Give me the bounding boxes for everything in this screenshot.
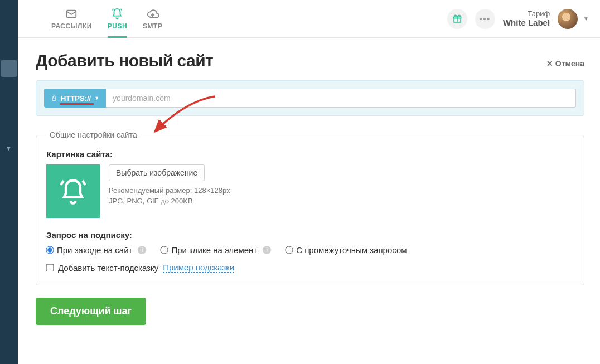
chevron-down-icon[interactable]: ▼	[583, 16, 589, 22]
domain-input[interactable]	[106, 89, 576, 108]
hint-checkbox-label: Добавить текст-подсказку	[58, 263, 158, 273]
image-hint: Рекомендуемый размер: 128×128px JPG, PNG…	[109, 186, 230, 207]
radio-label: При заходе на сайт	[57, 245, 132, 255]
bell-icon	[59, 177, 88, 206]
hint-example-link[interactable]: Пример подсказки	[163, 263, 234, 273]
gift-button[interactable]	[447, 9, 467, 29]
image-row: Выбрать изображение Рекомендуемый размер…	[46, 164, 574, 218]
dots-icon: •••	[480, 14, 491, 23]
next-step-button[interactable]: Следующий шаг	[36, 298, 146, 325]
radio-input-on-click[interactable]	[161, 246, 168, 254]
tab-push[interactable]: PUSH	[108, 0, 127, 37]
gift-icon	[452, 14, 462, 24]
page-header: Добавить новый сайт ✕Отмена	[36, 51, 584, 70]
radio-label: С промежуточным запросом	[296, 245, 407, 255]
tab-mailings[interactable]: РАССЫЛКИ	[51, 0, 92, 37]
plan-name: White Label	[503, 18, 550, 28]
sidebar-expand-chevron[interactable]: ▼	[6, 145, 12, 152]
tab-label: SMTP	[143, 22, 162, 30]
lock-icon	[51, 94, 57, 102]
nav-tabs: РАССЫЛКИ PUSH SMTP	[29, 0, 162, 37]
settings-legend: Общие настройки сайта	[46, 130, 141, 139]
top-nav-right: ••• Тариф White Label ▼	[447, 0, 589, 37]
tab-label: РАССЫЛКИ	[51, 22, 92, 30]
page-content: Добавить новый сайт ✕Отмена HTTPS:// ▼ О…	[18, 38, 600, 358]
image-hint-line1: Рекомендуемый размер: 128×128px	[109, 186, 230, 195]
tariff-info: Тариф White Label	[503, 9, 550, 28]
cloud-upload-icon	[146, 8, 159, 20]
avatar[interactable]	[558, 9, 578, 29]
image-controls: Выбрать изображение Рекомендуемый размер…	[109, 164, 230, 207]
sidebar-active-indicator[interactable]	[1, 60, 17, 77]
protocol-dropdown[interactable]: HTTPS:// ▼	[44, 89, 106, 108]
image-hint-line2: JPG, PNG, GIF до 200KB	[109, 197, 193, 205]
annotation-underline	[60, 103, 94, 105]
site-image-thumbnail	[46, 164, 100, 218]
subscription-request-label: Запрос на подписку:	[46, 230, 574, 240]
sidebar-spacer	[0, 0, 18, 33]
more-menu-button[interactable]: •••	[475, 9, 495, 29]
hint-checkbox-row[interactable]: Добавить текст-подсказку Пример подсказк…	[46, 263, 574, 273]
radio-intermediate[interactable]: С промежуточным запросом	[286, 245, 407, 255]
protocol-label: HTTPS://	[61, 94, 91, 103]
tab-label: PUSH	[108, 22, 127, 30]
tariff-label: Тариф	[503, 9, 550, 18]
main-area: РАССЫЛКИ PUSH SMTP ••• Тариф White Label	[18, 0, 600, 364]
radio-input-intermediate[interactable]	[286, 246, 293, 254]
top-nav: РАССЫЛКИ PUSH SMTP ••• Тариф White Label	[18, 0, 600, 38]
cancel-button[interactable]: ✕Отмена	[546, 59, 584, 68]
caret-down-icon: ▼	[94, 95, 99, 101]
bell-ring-icon	[110, 8, 124, 20]
site-image-label: Картинка сайта:	[46, 149, 574, 159]
tab-smtp[interactable]: SMTP	[143, 0, 162, 37]
close-icon: ✕	[546, 59, 553, 68]
subscription-radios: При заходе на сайт i При клике на элемен…	[46, 245, 574, 255]
cancel-label: Отмена	[555, 59, 584, 68]
radio-on-click[interactable]: При клике на элемент i	[161, 245, 271, 255]
svg-rect-3	[52, 98, 56, 101]
page-title: Добавить новый сайт	[36, 51, 213, 70]
left-sidebar-collapsed: ▼	[0, 0, 18, 364]
radio-on-visit[interactable]: При заходе на сайт i	[46, 245, 146, 255]
info-icon[interactable]: i	[138, 246, 146, 254]
envelope-icon	[65, 8, 78, 20]
choose-image-button[interactable]: Выбрать изображение	[109, 164, 205, 181]
info-icon[interactable]: i	[263, 246, 271, 254]
general-settings-fieldset: Общие настройки сайта Картинка сайта: Вы…	[36, 130, 584, 285]
radio-input-on-visit[interactable]	[46, 246, 54, 254]
hint-checkbox[interactable]	[46, 264, 54, 271]
radio-label: При клике на элемент	[171, 245, 257, 255]
url-box: HTTPS:// ▼	[36, 80, 584, 116]
